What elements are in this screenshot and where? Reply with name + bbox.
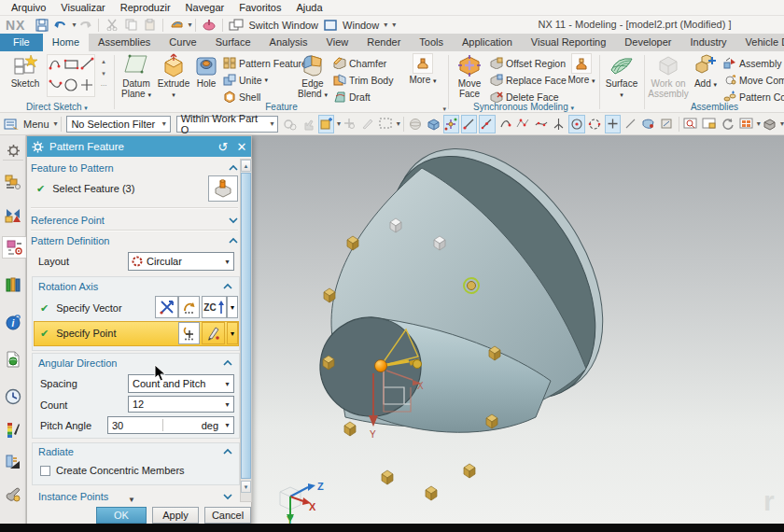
undo-icon[interactable] bbox=[52, 18, 69, 33]
control-point-icon[interactable] bbox=[497, 115, 513, 133]
specify-point-row[interactable]: ✔ Specify Point bbox=[40, 328, 116, 340]
inferred-point-button[interactable] bbox=[202, 322, 225, 344]
system-tools-icon[interactable] bbox=[2, 483, 24, 506]
funnel-model[interactable] bbox=[314, 135, 646, 436]
dialog-title-bar[interactable]: Pattern Feature ↺ ✕ bbox=[27, 136, 251, 157]
copy-icon[interactable] bbox=[122, 18, 139, 33]
select-feature-row[interactable]: ✔ Select Feature (3) bbox=[36, 183, 134, 195]
ok-button[interactable]: OK bbox=[96, 507, 147, 524]
midpoint-icon[interactable] bbox=[479, 115, 495, 133]
endpoint-icon[interactable] bbox=[461, 115, 477, 133]
refresh-view-icon[interactable] bbox=[720, 115, 735, 133]
snap-point-icon[interactable] bbox=[443, 115, 459, 133]
web-browser-icon[interactable]: i bbox=[2, 311, 24, 333]
tab-developer[interactable]: Developer bbox=[615, 34, 680, 51]
menu-visualizar[interactable]: Visualizar bbox=[53, 0, 113, 15]
part-navigator-icon[interactable] bbox=[2, 236, 26, 259]
point-dialog-button[interactable] bbox=[178, 322, 200, 344]
paste-icon[interactable] bbox=[141, 18, 158, 33]
sync-more-button[interactable]: More ▾ bbox=[567, 53, 596, 86]
tab-file[interactable]: File bbox=[0, 34, 43, 51]
dialog-reset-icon[interactable]: ↺ bbox=[214, 140, 232, 154]
feature-more-button[interactable]: More ▾ bbox=[404, 53, 441, 86]
select-feature-button[interactable] bbox=[208, 175, 238, 202]
grid-orientation-icon[interactable] bbox=[738, 115, 754, 133]
menu-ajuda[interactable]: Ajuda bbox=[288, 0, 329, 15]
direct-sketch-dialog-launcher-icon[interactable]: ▾ bbox=[84, 105, 88, 111]
window-icon[interactable] bbox=[322, 18, 339, 33]
tab-application[interactable]: Application bbox=[453, 34, 522, 51]
tab-analysis[interactable]: Analysis bbox=[260, 34, 317, 51]
surface-button[interactable]: Surface ▾ bbox=[603, 53, 640, 100]
sphere-tool-icon[interactable] bbox=[407, 115, 423, 133]
tab-view[interactable]: View bbox=[317, 34, 358, 51]
general-selection-icon[interactable] bbox=[342, 115, 357, 133]
tab-tools[interactable]: Tools bbox=[410, 34, 453, 51]
touch-mode-icon[interactable] bbox=[201, 18, 217, 33]
work-on-assembly-button[interactable]: Work on Assembly bbox=[647, 53, 690, 99]
selection-scope-dropdown[interactable]: Within Work Part O▾ bbox=[176, 116, 279, 133]
apply-button[interactable]: Apply bbox=[152, 507, 199, 524]
scrollbar-thumb[interactable] bbox=[241, 173, 251, 479]
assembly-constraints-button[interactable]: Assembly Constr bbox=[723, 55, 784, 71]
unite-button[interactable]: Unite ▾ bbox=[223, 72, 268, 88]
curve-intersection-icon[interactable] bbox=[533, 115, 549, 133]
edge-blend-button[interactable]: Edge Blend ▾ bbox=[294, 53, 331, 100]
chamfer-button[interactable]: Chamfer bbox=[333, 55, 386, 71]
tab-surface[interactable]: Surface bbox=[206, 34, 260, 51]
vector-options-dropdown[interactable]: ▾ bbox=[227, 296, 238, 318]
pole-icon[interactable] bbox=[515, 115, 531, 133]
section-pattern-definition[interactable]: Pattern Definition bbox=[31, 233, 238, 248]
specify-vector-row[interactable]: ✔ Specify Vector bbox=[40, 302, 122, 315]
section-feature-to-pattern[interactable]: Feature to Pattern bbox=[31, 161, 238, 175]
trim-body-button[interactable]: Trim Body bbox=[333, 72, 393, 88]
zoom-window-icon[interactable] bbox=[682, 115, 699, 133]
repeat-dropdown-icon[interactable]: ▾ bbox=[188, 21, 191, 29]
sketch-palette-scroll[interactable]: ▴▾⋯ bbox=[98, 55, 109, 91]
window-menu-button[interactable]: Window bbox=[343, 20, 379, 31]
assembly-navigator-icon[interactable] bbox=[2, 171, 24, 193]
dialog-close-icon[interactable]: ✕ bbox=[232, 140, 251, 154]
window-dropdown-icon[interactable]: ▾ bbox=[384, 21, 387, 29]
switch-window-icon[interactable] bbox=[228, 18, 245, 33]
hole-button[interactable]: Hole bbox=[191, 53, 221, 89]
switch-window-button[interactable]: Switch Window bbox=[248, 20, 318, 31]
section-rotation-axis[interactable]: Rotation Axis bbox=[38, 279, 232, 294]
tab-industry[interactable]: Industry bbox=[680, 34, 735, 51]
constraint-navigator-icon[interactable] bbox=[2, 203, 24, 226]
cancel-button[interactable]: Cancel bbox=[204, 507, 251, 524]
solid-body-icon[interactable] bbox=[426, 115, 441, 133]
scroll-down-icon[interactable]: ▼ bbox=[241, 481, 251, 493]
repeat-command-icon[interactable] bbox=[168, 18, 185, 33]
sketch-button[interactable]: Sketch bbox=[6, 53, 45, 89]
hd3d-tools-icon[interactable] bbox=[2, 348, 24, 371]
tab-assemblies[interactable]: Assemblies bbox=[89, 34, 160, 51]
circle-center-icon[interactable] bbox=[587, 115, 603, 133]
point-options-dropdown[interactable]: ▾ bbox=[227, 322, 238, 344]
inferred-vector-button[interactable] bbox=[178, 296, 200, 318]
offset-region-button[interactable]: Offset Region bbox=[490, 55, 566, 71]
qat-customize-icon[interactable]: ▾ bbox=[392, 21, 396, 30]
menu-navegar[interactable]: Navegar bbox=[178, 0, 232, 15]
dialog-scrollbar[interactable]: ▲ ▼ bbox=[240, 159, 252, 502]
section-instance-points[interactable]: Instance Points bbox=[38, 489, 232, 504]
fit-view-icon[interactable] bbox=[701, 115, 718, 133]
point-on-surface-icon[interactable] bbox=[623, 115, 638, 133]
zc-axis-button[interactable]: ZC bbox=[202, 296, 227, 318]
section-radiate[interactable]: Radiate bbox=[38, 444, 232, 459]
tab-curve[interactable]: Curve bbox=[160, 34, 205, 51]
feature-dialog-launcher-icon[interactable]: ▾ bbox=[442, 105, 446, 113]
visualization-palette-icon[interactable] bbox=[2, 418, 24, 441]
replace-face-button[interactable]: Replace Face bbox=[490, 72, 567, 88]
datum-plane-button[interactable]: Datum Plane ▾ bbox=[118, 53, 155, 100]
move-face-button[interactable]: Move Face bbox=[451, 53, 488, 99]
dialog-resize-gripper[interactable]: ▼ bbox=[128, 496, 135, 504]
extrude-button[interactable]: Extrude ▾ bbox=[157, 53, 190, 100]
point-on-curve-icon[interactable] bbox=[605, 115, 621, 133]
existing-point-icon[interactable] bbox=[568, 115, 584, 133]
menu-arquivo[interactable]: Arquivo bbox=[4, 0, 53, 15]
scroll-up-icon[interactable]: ▲ bbox=[241, 160, 251, 172]
tab-home[interactable]: Home bbox=[43, 34, 89, 51]
history-icon[interactable] bbox=[2, 385, 24, 408]
layout-dropdown[interactable]: Circular ▾ bbox=[128, 252, 234, 271]
